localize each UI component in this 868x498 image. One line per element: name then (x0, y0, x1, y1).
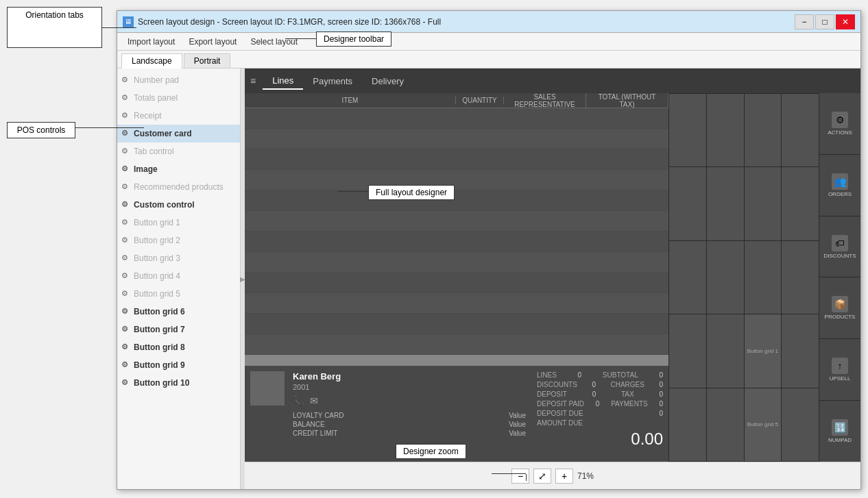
grid-cell[interactable] (669, 241, 706, 314)
sidebar-item-numberpad[interactable]: ⚙ Number pad (117, 71, 240, 89)
import-layout-menu[interactable]: Import layout (121, 35, 181, 49)
maximize-button[interactable]: □ (815, 14, 834, 29)
sidebar-item-buttongrid10[interactable]: ⚙ Button grid 10 (117, 374, 240, 392)
gear-icon: ⚙ (121, 182, 131, 192)
table-row[interactable] (245, 129, 668, 149)
pos-tab-payments[interactable]: Payments (303, 73, 362, 89)
sidebar-item-buttongrid3[interactable]: ⚙ Button grid 3 (117, 249, 240, 267)
table-row[interactable] (245, 149, 668, 170)
products-button[interactable]: 📦 PRODUCTS (819, 277, 860, 338)
grid-cell[interactable] (707, 388, 744, 461)
pos-tab-lines[interactable]: Lines (263, 73, 303, 90)
table-row[interactable] (245, 293, 668, 314)
grid-cell[interactable] (707, 241, 744, 314)
grid-cell[interactable] (782, 167, 819, 240)
sidebar-item-buttongrid5[interactable]: ⚙ Button grid 5 (117, 285, 240, 303)
sidebar-item-buttongrid9[interactable]: ⚙ Button grid 9 (117, 356, 240, 374)
grid-cell[interactable] (669, 314, 706, 387)
sidebar-item-customcontrol[interactable]: ⚙ Custom control (117, 196, 240, 214)
gear-icon: ⚙ (121, 236, 131, 245)
sidebar-item-buttongrid7[interactable]: ⚙ Button grid 7 (117, 321, 240, 338)
col-item: ITEM (245, 97, 456, 104)
table-row[interactable] (245, 211, 668, 232)
pos-controls-annotation-text: POS controls (17, 125, 66, 135)
zoom-out-button[interactable]: − (511, 469, 529, 484)
export-layout-menu[interactable]: Export layout (182, 35, 243, 49)
actions-button[interactable]: ⚙ ACTIONS (819, 93, 860, 154)
discounts-button[interactable]: 🏷 DISCOUNTS (819, 216, 860, 277)
orders-button[interactable]: 👥 ORDERS (819, 155, 860, 216)
discounts-label: DISCOUNTS (823, 253, 856, 259)
grid-cell[interactable] (707, 167, 744, 240)
grid-cell[interactable] (782, 388, 819, 461)
sidebar-item-image[interactable]: ⚙ Image (117, 160, 240, 178)
gear-icon: ⚙ (121, 200, 131, 210)
email-icon: ✉ (310, 395, 318, 406)
sidebar-item-recommended[interactable]: ⚙ Recommended products (117, 178, 240, 196)
gear-icon: ⚙ (121, 93, 131, 103)
table-row[interactable] (245, 314, 668, 334)
pos-tab-delivery[interactable]: Delivery (362, 73, 413, 89)
gear-icon: ⚙ (121, 289, 131, 299)
sidebar-item-buttongrid6[interactable]: ⚙ Button grid 6 (117, 303, 240, 321)
sidebar-item-label: Number pad (134, 75, 179, 85)
orientation-tabs-annotation-text: Orientation tabs (25, 10, 84, 20)
col-rep: SALES REPRESENTATIVE (504, 93, 586, 108)
table-row[interactable] (245, 232, 668, 252)
lines-rows (245, 108, 668, 366)
table-row[interactable] (245, 108, 668, 129)
sidebar-item-buttongrid8[interactable]: ⚙ Button grid 8 (117, 338, 240, 356)
sidebar-item-label: Button grid 5 (134, 289, 180, 299)
table-row[interactable] (245, 190, 668, 211)
grid-cell[interactable] (782, 314, 819, 387)
sidebar-item-buttongrid1[interactable]: ⚙ Button grid 1 (117, 214, 240, 232)
sidebar-item-label: Button grid 9 (134, 360, 185, 370)
grid-cell[interactable] (669, 94, 706, 166)
sidebar-item-buttongrid2[interactable]: ⚙ Button grid 2 (117, 232, 240, 249)
table-row[interactable] (245, 252, 668, 273)
sidebar-item-buttongrid4[interactable]: ⚙ Button grid 4 (117, 267, 240, 285)
table-row[interactable] (245, 334, 668, 355)
grid-cell[interactable] (745, 241, 782, 314)
select-layout-menu[interactable]: Select layout (244, 35, 304, 49)
sidebar-item-receipt[interactable]: ⚙ Receipt (117, 107, 240, 125)
zoom-in-button[interactable]: + (555, 469, 573, 484)
minimize-button[interactable]: − (795, 14, 814, 29)
grid-cell-buttongrid5[interactable]: Button grid 5 (745, 388, 782, 461)
deposit-paid-value: 0 (596, 400, 600, 408)
action-buttons-column: ⚙ ACTIONS 👥 ORDERS 🏷 DISCOUNTS (819, 93, 860, 462)
grid-cell[interactable] (669, 167, 706, 240)
grid-cell[interactable] (745, 167, 782, 240)
designer-zoom-annotation: Designer zoom (396, 444, 466, 459)
table-row[interactable] (245, 170, 668, 190)
numpad-button[interactable]: 🔢 NUMPAD (819, 401, 860, 462)
landscape-tab[interactable]: Landscape (121, 53, 182, 69)
gear-icon: ⚙ (121, 164, 131, 174)
col-quantity: QUANTITY (456, 97, 504, 104)
grid-cell-buttongrid1[interactable]: Button grid 1 (745, 314, 782, 387)
table-row[interactable] (245, 273, 668, 293)
portrait-tab[interactable]: Portrait (184, 53, 231, 68)
gear-icon: ⚙ (121, 343, 131, 352)
close-button[interactable]: ✕ (836, 14, 855, 29)
grid-cell[interactable] (707, 314, 744, 387)
grid-cell[interactable] (669, 388, 706, 461)
sidebar-item-tabcontrol[interactable]: ⚙ Tab control (117, 142, 240, 160)
grid-cell[interactable] (782, 94, 819, 166)
sidebar-item-label: Tab control (134, 147, 174, 156)
orientation-tabs-annotation: Orientation tabs (7, 7, 102, 48)
pos-header: ≡ Lines Payments Delivery (245, 69, 860, 93)
grid-cell[interactable] (707, 94, 744, 166)
zoom-reset-button[interactable]: ⤢ (533, 469, 551, 484)
designer-toolbar-line (285, 38, 316, 39)
designer-toolbar-annotation-text: Designer toolbar (324, 34, 384, 44)
grid-cell[interactable] (782, 241, 819, 314)
sidebar-item-totalspanel[interactable]: ⚙ Totals panel (117, 89, 240, 107)
loyalty-card-label: LOYALTY CARD (293, 412, 343, 419)
credit-limit-value: Value (509, 429, 526, 437)
customer-avatar (250, 371, 285, 406)
customer-id: 2001 (293, 383, 526, 391)
balance-label: BALANCE (293, 421, 325, 428)
upsell-button[interactable]: ↑ UPSELL (819, 339, 860, 400)
grid-cell[interactable] (745, 94, 782, 166)
